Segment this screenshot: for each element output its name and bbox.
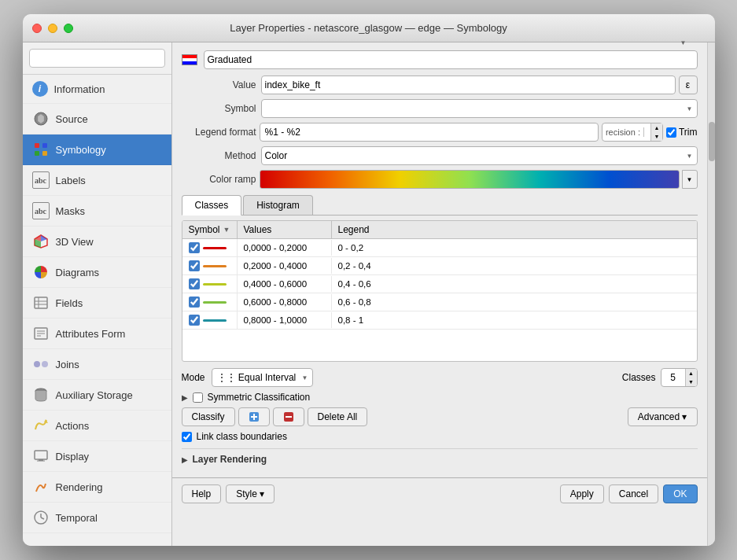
table-row[interactable]: 0,8000 - 1,0000 0,8 - 1 bbox=[182, 311, 697, 330]
minimize-button[interactable] bbox=[48, 24, 57, 33]
classes-up-button[interactable]: ▲ bbox=[686, 369, 697, 378]
sidebar-items: i Information Source bbox=[23, 75, 171, 546]
row-checkbox-4[interactable] bbox=[189, 315, 200, 326]
row-color-2 bbox=[203, 283, 227, 286]
add-class-button[interactable] bbox=[238, 407, 270, 426]
close-button[interactable] bbox=[32, 24, 42, 33]
color-ramp-preview[interactable] bbox=[260, 170, 680, 189]
help-button[interactable]: Help bbox=[182, 484, 222, 503]
table-row[interactable]: 0,6000 - 0,8000 0,6 - 0,8 bbox=[182, 293, 697, 311]
sidebar-item-masks[interactable]: abc Masks bbox=[23, 196, 171, 227]
delete-all-button[interactable]: Delete All bbox=[308, 407, 368, 426]
epsilon-button[interactable]: ε bbox=[679, 76, 698, 94]
sidebar-item-actions[interactable]: Actions bbox=[23, 411, 171, 441]
remove-class-button[interactable] bbox=[273, 407, 304, 426]
legend-format-input[interactable] bbox=[260, 123, 599, 142]
table-header: Symbol ▼ Values Legend bbox=[182, 221, 697, 239]
graduated-flag-icon bbox=[182, 54, 197, 65]
renderer-select[interactable]: Graduated bbox=[204, 50, 698, 69]
row-checkbox-3[interactable] bbox=[189, 297, 200, 308]
sidebar-item-rendering[interactable]: Rendering bbox=[23, 472, 171, 503]
apply-button[interactable]: Apply bbox=[560, 484, 604, 503]
table-row[interactable]: 0,0000 - 0,2000 0 - 0,2 bbox=[182, 239, 697, 257]
sidebar-item-fields[interactable]: Fields bbox=[23, 288, 171, 319]
mode-select[interactable]: ⋮⋮ Equal Interval bbox=[212, 368, 313, 387]
precision-label-text: recision : bbox=[602, 127, 644, 137]
attributes-form-icon bbox=[32, 325, 50, 342]
labels-icon: abc bbox=[32, 171, 50, 189]
th-symbol[interactable]: Symbol ▼ bbox=[182, 221, 238, 238]
row-legend-2: 0,4 - 0,6 bbox=[332, 276, 697, 292]
svg-point-17 bbox=[34, 361, 40, 367]
expand-sym-icon[interactable]: ▶ bbox=[182, 393, 188, 402]
row-checkbox-2[interactable] bbox=[189, 278, 200, 289]
sidebar-label-auxiliary-storage: Auxiliary Storage bbox=[56, 389, 133, 401]
row-checkbox-0[interactable] bbox=[189, 242, 200, 253]
sidebar-item-symbology[interactable]: Symbology bbox=[23, 134, 171, 165]
advanced-button[interactable]: Advanced ▾ bbox=[628, 407, 698, 426]
precision-down-button[interactable]: ▼ bbox=[651, 132, 662, 141]
value-select[interactable]: index_bike_ft bbox=[261, 76, 676, 94]
masks-icon: abc bbox=[32, 202, 50, 219]
trim-label: Trim bbox=[679, 127, 698, 138]
sidebar-item-3dview[interactable]: 3D View bbox=[23, 227, 171, 257]
cancel-button[interactable]: Cancel bbox=[609, 484, 658, 503]
actions-icon bbox=[32, 417, 50, 434]
main-panel: Graduated Value index_bike_ft bbox=[172, 42, 715, 546]
th-legend[interactable]: Legend bbox=[332, 221, 697, 238]
ok-button[interactable]: OK bbox=[663, 484, 697, 503]
sidebar-label-rendering: Rendering bbox=[56, 481, 103, 493]
search-input[interactable] bbox=[29, 49, 165, 68]
sidebar-item-source[interactable]: Source bbox=[23, 104, 171, 134]
classes-table: Symbol ▼ Values Legend bbox=[182, 220, 698, 362]
row-checkbox-1[interactable] bbox=[189, 260, 200, 271]
row-legend-0: 0 - 0,2 bbox=[332, 240, 697, 256]
symbology-panel: Graduated Value index_bike_ft bbox=[172, 42, 707, 477]
sidebar-item-auxiliary-storage[interactable]: Auxiliary Storage bbox=[23, 380, 171, 411]
tabs: Classes Histogram bbox=[182, 195, 698, 216]
table-row[interactable]: 0,2000 - 0,4000 0,2 - 0,4 bbox=[182, 257, 697, 275]
link-class-checkbox[interactable] bbox=[182, 432, 192, 442]
traffic-lights bbox=[32, 24, 73, 33]
mode-label: Mode bbox=[182, 372, 205, 383]
scrollbar-thumb[interactable] bbox=[709, 122, 715, 161]
symbol-row: Symbol bbox=[182, 99, 698, 118]
th-values[interactable]: Values bbox=[238, 221, 332, 238]
maximize-button[interactable] bbox=[64, 24, 73, 33]
main-window: Layer Properties - netascore_glasgow — e… bbox=[23, 14, 715, 546]
table-row[interactable]: 0,4000 - 0,6000 0,4 - 0,6 bbox=[182, 275, 697, 293]
sidebar-item-display[interactable]: Display bbox=[23, 441, 171, 472]
trim-checkbox[interactable] bbox=[666, 127, 676, 138]
svg-rect-2 bbox=[42, 143, 47, 148]
symmetric-checkbox[interactable] bbox=[193, 392, 203, 403]
sidebar-item-labels[interactable]: abc Labels bbox=[23, 165, 171, 196]
sidebar-item-information[interactable]: i Information bbox=[23, 75, 171, 104]
svg-rect-3 bbox=[35, 151, 39, 156]
method-select[interactable]: Color bbox=[261, 146, 698, 165]
style-button[interactable]: Style ▾ bbox=[226, 484, 275, 503]
sidebar-item-attributes-form[interactable]: Attributes Form bbox=[23, 319, 171, 349]
diagrams-icon bbox=[32, 263, 50, 281]
row-values-4: 0,8000 - 1,0000 bbox=[238, 312, 332, 328]
tab-histogram[interactable]: Histogram bbox=[243, 195, 313, 215]
joins-icon bbox=[32, 356, 50, 373]
classes-down-button[interactable]: ▼ bbox=[686, 378, 697, 386]
symbol-select[interactable] bbox=[261, 99, 698, 118]
color-ramp-dropdown-button[interactable]: ▼ bbox=[682, 170, 698, 189]
classify-button[interactable]: Classify bbox=[182, 407, 235, 426]
tab-classes[interactable]: Classes bbox=[182, 195, 242, 216]
row-values-1: 0,2000 - 0,4000 bbox=[238, 258, 332, 274]
expand-layer-rendering-icon[interactable]: ▶ bbox=[182, 455, 188, 464]
sidebar-item-temporal[interactable]: Temporal bbox=[23, 503, 171, 533]
precision-up-button[interactable]: ▲ bbox=[651, 123, 662, 132]
classes-input[interactable] bbox=[661, 372, 685, 383]
row-color-3 bbox=[203, 301, 227, 304]
color-ramp-row: Color ramp ▼ bbox=[182, 170, 698, 189]
sidebar-label-labels: Labels bbox=[56, 175, 86, 186]
scrollbar-track[interactable] bbox=[707, 42, 715, 546]
legend-format-row: Legend format recision : ▲ ▼ bbox=[182, 123, 698, 142]
content-area: i Information Source bbox=[23, 42, 715, 546]
method-row: Method Color bbox=[182, 146, 698, 165]
sidebar-item-joins[interactable]: Joins bbox=[23, 349, 171, 380]
sidebar-item-diagrams[interactable]: Diagrams bbox=[23, 257, 171, 288]
